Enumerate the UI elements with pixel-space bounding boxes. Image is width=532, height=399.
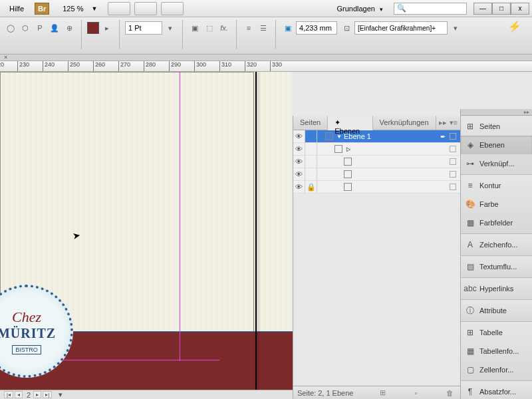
dock-item[interactable]: 🎨Farbe [461,195,532,213]
ruler-tick: 220 [0,61,4,72]
tool-icon[interactable]: ⬚ [203,21,216,35]
ruler-tick: 300 [194,61,206,72]
close-button[interactable]: x [511,3,529,15]
panel-menu-icon[interactable]: ▾≡ [450,118,458,127]
tool-icon[interactable]: ⊕ [63,21,76,35]
dock-item[interactable]: ⊞Seiten [461,117,532,136]
dock-item[interactable]: ¶Absatzfor... [461,382,532,399]
bolt-icon[interactable]: ⚡ [501,20,528,33]
dropdown-icon[interactable]: ▸ [100,21,114,35]
layer-row[interactable]: 👁🔒 [293,181,460,194]
dock-item[interactable]: abcHyperlinks [461,279,532,298]
panel-tab[interactable]: ✦ Ebenen [328,116,372,130]
menu-help[interactable]: Hilfe [3,3,31,15]
document-tab-strip: × [0,55,532,61]
lock-icon[interactable]: 🔒 [305,181,317,193]
layer-row[interactable]: 👁 [293,156,460,168]
dock-icon: ⊞ [465,327,475,338]
dock-icon: ◈ [465,140,475,150]
dock-item[interactable]: ▤Textumflu... [461,257,532,276]
fx-icon[interactable]: fx. [217,21,231,35]
page-nav-prev[interactable]: ◂ [15,391,23,398]
stroke-weight-input[interactable]: 1 Pt [125,21,162,35]
target-box[interactable] [450,133,456,140]
logo-line3: BISTRO [12,345,41,354]
delete-layer-icon[interactable]: 🗑 [444,389,456,397]
dock-icon: abc [465,283,475,294]
close-tab-icon[interactable]: × [4,54,7,61]
tool-icon[interactable]: 👤 [48,21,61,35]
bridge-button[interactable]: Br [35,3,49,15]
dock-item[interactable]: ▦Farbfelder [461,213,532,232]
new-layer-icon[interactable]: ▫ [412,389,420,397]
dock-icon: ⓘ [465,305,475,316]
align-icon[interactable]: ☰ [257,21,270,35]
dock-icon: 🎨 [465,199,475,209]
panel-tab[interactable]: Verknüpfungen [373,116,436,130]
dock-label: Ebenen [479,141,505,149]
page-nav-next[interactable]: ▸ [33,391,41,398]
view-btn-1[interactable] [108,2,130,15]
target-box[interactable] [450,146,456,152]
minimize-button[interactable]: — [473,3,492,15]
measure-input[interactable]: 4,233 mm [296,21,337,35]
layer-row[interactable]: 👁▼Ebene 1✒ [293,130,460,143]
dock-item[interactable]: ▦Tabellenfo... [461,342,532,360]
dropdown-icon: ▼ [88,5,100,12]
dock-item[interactable]: AZeichenfo... [461,235,532,254]
dock-icon: ⊞ [465,121,475,132]
dropdown-icon[interactable]: ▾ [164,21,177,35]
dock-item[interactable]: ▢Zellenfor... [461,360,532,379]
frame-style-select[interactable]: [Einfacher Grafikrahmen]+ [354,21,448,35]
maximize-button[interactable]: □ [492,3,511,15]
page-nav-first[interactable]: |◂ [4,391,13,398]
lock-icon[interactable] [305,130,317,142]
lock-icon[interactable] [305,156,317,168]
visibility-icon[interactable]: 👁 [293,130,305,142]
lock-icon[interactable] [305,143,317,155]
dock-item[interactable]: ◈Ebenen [461,136,532,154]
canvas[interactable]: Chez MÜRITZ BISTRO ➤ [0,72,293,390]
zoom-control[interactable]: 125 %▼ [60,5,100,13]
view-btn-3[interactable] [161,2,184,15]
target-box[interactable] [450,184,456,190]
layer-color-chip [334,145,342,153]
tool-icon[interactable]: ▣ [188,21,201,35]
tool-icon[interactable]: P [33,21,47,35]
crop-icon[interactable]: ▣ [281,21,295,35]
search-input[interactable]: 🔍 [394,3,467,15]
dropdown-icon[interactable]: ▾ [449,21,462,35]
panel-expand-icon[interactable]: ▸▸ [439,118,447,127]
layer-row[interactable]: 👁 [293,168,460,181]
layer-name[interactable]: Ebene 1 [342,132,440,140]
visibility-icon[interactable]: 👁 [293,143,305,155]
fill-swatch[interactable] [87,22,99,34]
dock-item[interactable]: ⓘAttribute [461,301,532,320]
dock-item[interactable]: ⊶Verknüpf... [461,154,532,173]
visibility-icon[interactable]: 👁 [293,156,305,168]
view-btn-2[interactable] [134,2,157,15]
target-box[interactable] [450,158,456,165]
page-nav-last[interactable]: ▸| [43,391,52,398]
dock-item[interactable]: ⊞Tabelle [461,323,532,342]
dock-collapse[interactable]: ▸▸ [461,109,532,116]
dock-label: Kontur [479,182,501,190]
disclosure-icon[interactable]: ▼ [336,134,342,140]
layer-color-chip [344,170,352,178]
visibility-icon[interactable]: 👁 [293,181,305,193]
dock-item[interactable]: ≡Kontur [461,176,532,195]
ruler-tick: 290 [169,61,181,72]
lock-icon[interactable] [305,168,317,180]
align-icon[interactable]: ≡ [242,21,255,35]
panel-tab[interactable]: Seiten [293,116,328,130]
visibility-icon[interactable]: 👁 [293,168,305,180]
target-box[interactable] [450,171,456,178]
ruler-tick: 320 [245,61,257,72]
tool-icon[interactable]: ◯ [4,21,17,35]
tool-icon[interactable]: ⊡ [340,21,353,35]
workspace-switcher[interactable]: Grundlagen ▾ [331,3,388,14]
disclosure-icon[interactable]: ▷ [345,146,352,152]
tool-icon[interactable]: ⬡ [19,21,32,35]
layer-row[interactable]: 👁▷ [293,143,460,156]
new-sublayer-icon[interactable]: ⊞ [377,388,388,397]
